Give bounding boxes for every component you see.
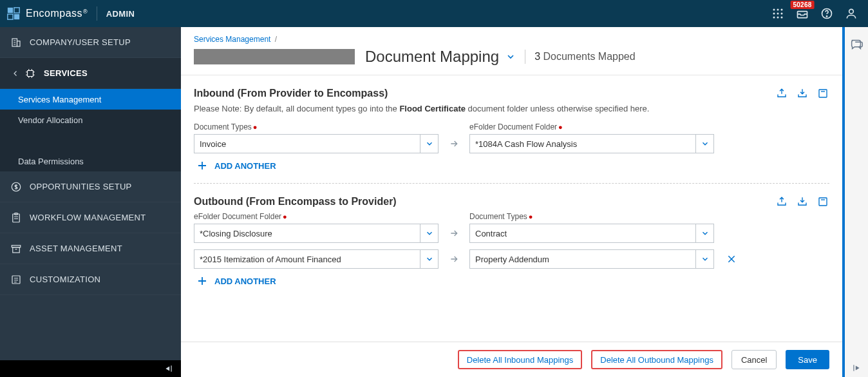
outbound-row: eFolder Document Folder● *Closing Disclo… [194, 212, 829, 243]
inbound-add-another[interactable]: ADD ANOTHER [194, 160, 829, 171]
outbound-right-label: Document Types● [469, 212, 714, 221]
sidebar-sub-hidden[interactable] [0, 130, 181, 151]
remove-row-icon[interactable] [724, 249, 739, 269]
delete-outbound-button[interactable]: Delete All Outbound Mappings [591, 350, 722, 369]
sidebar-item-label: OPPORTUNITIES SETUP [30, 182, 132, 191]
main-content: Services Management / Document Mapping 3… [181, 27, 845, 377]
select-value: *Closing Disclosure [194, 224, 420, 242]
outbound-left-label: eFolder Document Folder● [194, 212, 439, 221]
export-icon[interactable] [775, 195, 788, 208]
svg-rect-18 [17, 41, 21, 46]
plus-icon [196, 275, 208, 287]
add-label: ADD ANOTHER [214, 161, 276, 171]
arrow-right-icon [446, 134, 462, 153]
import-icon[interactable] [796, 195, 809, 208]
svg-point-4 [773, 9, 775, 11]
inbound-folder-select[interactable]: *1084A Cash Flow Analysis [469, 134, 714, 153]
outbound-doctype-select[interactable]: Property Addendum [469, 249, 714, 269]
svg-rect-26 [819, 90, 827, 97]
sidebar-item-label: COMPANY/USER SETUP [30, 37, 131, 47]
chip-icon [23, 68, 37, 79]
sidebar-footer [0, 360, 181, 377]
notification-badge: 50268 [791, 1, 815, 9]
list-icon [9, 274, 23, 285]
svg-point-11 [777, 17, 779, 19]
chevron-down-icon[interactable] [420, 135, 438, 153]
sidebar-item-workflow-management[interactable]: WORKFLOW MANAGEMENT [0, 202, 181, 233]
export-icon[interactable] [775, 87, 788, 100]
chevron-down-icon[interactable] [695, 135, 713, 153]
breadcrumb-sep: / [275, 35, 277, 44]
sidebar-item-label: Vendor Allocation [18, 115, 82, 125]
divider [97, 6, 97, 21]
sidebar-sub-data-permissions[interactable]: Data Permissions [0, 151, 181, 171]
select-value: Contract [470, 224, 695, 242]
outbound-folder-select[interactable]: *Closing Disclosure [194, 224, 439, 243]
title-dropdown-icon[interactable] [505, 52, 516, 62]
building-icon [9, 37, 23, 48]
inbound-right-label: eFolder Document Folder● [469, 122, 714, 131]
clipboard-icon [9, 212, 23, 224]
chevron-down-icon[interactable] [420, 250, 438, 268]
sidebar-item-company-user-setup[interactable]: COMPANY/USER SETUP [0, 27, 181, 58]
redacted-block [194, 49, 355, 64]
expand-rail-icon[interactable] [849, 361, 863, 375]
chat-icon[interactable] [849, 37, 863, 52]
sidebar-item-services[interactable]: SERVICES [0, 58, 181, 89]
svg-point-7 [773, 13, 775, 15]
chevron-down-icon[interactable] [420, 224, 438, 242]
brand-text: Encompass® [26, 8, 88, 19]
sidebar-sub-services-management[interactable]: Services Management [0, 89, 181, 110]
add-label: ADD ANOTHER [214, 276, 276, 286]
sidebar-item-label: SERVICES [44, 68, 88, 78]
section-divider [194, 183, 829, 184]
sidebar-item-customization[interactable]: CUSTOMIZATION [0, 264, 181, 295]
footer-bar: Delete All Inbound Mappings Delete All O… [181, 342, 842, 377]
breadcrumb: Services Management / [181, 27, 842, 48]
note-icon[interactable] [816, 87, 829, 100]
inbound-doctype-select[interactable]: Invoice [194, 134, 439, 153]
svg-rect-24 [13, 247, 20, 252]
sidebar-item-label: ASSET MANAGEMENT [30, 244, 122, 253]
divider [525, 50, 525, 64]
svg-point-16 [849, 9, 854, 14]
select-value: Invoice [194, 135, 420, 153]
svg-rect-27 [819, 198, 827, 206]
chevron-left-icon [12, 70, 19, 77]
outbound-folder-select[interactable]: *2015 Itemization of Amount Financed [194, 249, 439, 269]
svg-point-15 [826, 16, 827, 17]
outbound-doctype-select[interactable]: Contract [469, 224, 714, 243]
arrow-right-icon [446, 224, 462, 243]
page-title-row: Document Mapping 3 Documents Mapped [181, 48, 842, 75]
sidebar-item-label: WORKFLOW MANAGEMENT [30, 213, 146, 222]
select-value: *1084A Cash Flow Analysis [470, 135, 695, 153]
help-icon[interactable] [820, 7, 833, 20]
cancel-button[interactable]: Cancel [731, 350, 777, 369]
apps-grid-icon[interactable] [771, 7, 784, 20]
sidebar-item-asset-management[interactable]: ASSET MANAGEMENT [0, 233, 181, 264]
svg-point-6 [781, 9, 783, 11]
inbox-icon[interactable]: 50268 [796, 7, 809, 20]
plus-icon [196, 160, 208, 171]
chevron-down-icon[interactable] [695, 224, 713, 242]
breadcrumb-root[interactable]: Services Management [194, 35, 270, 44]
dollar-circle-icon [9, 181, 23, 193]
collapse-sidebar-icon[interactable] [163, 364, 175, 373]
sidebar-item-opportunities-setup[interactable]: OPPORTUNITIES SETUP [0, 171, 181, 202]
inbound-note: Please Note: By default, all document ty… [194, 104, 829, 113]
mapped-count: 3 Documents Mapped [534, 51, 636, 63]
note-icon[interactable] [816, 195, 829, 208]
save-button[interactable]: Save [786, 350, 829, 369]
outbound-add-another[interactable]: ADD ANOTHER [194, 275, 829, 287]
sidebar-item-label: CUSTOMIZATION [30, 275, 100, 284]
brand-logo-icon [6, 6, 21, 21]
sidebar-sub-vendor-allocation[interactable]: Vendor Allocation [0, 110, 181, 130]
chevron-down-icon[interactable] [695, 250, 713, 268]
user-icon[interactable] [845, 7, 858, 20]
import-icon[interactable] [796, 87, 809, 100]
inbound-title: Inbound (From Provider to Encompass) [194, 88, 775, 99]
mode-label: ADMIN [106, 9, 135, 19]
svg-point-8 [777, 13, 779, 15]
delete-inbound-button[interactable]: Delete All Inbound Mappings [458, 350, 583, 369]
inbound-row: Document Types● Invoice eFolder Document… [194, 122, 829, 153]
